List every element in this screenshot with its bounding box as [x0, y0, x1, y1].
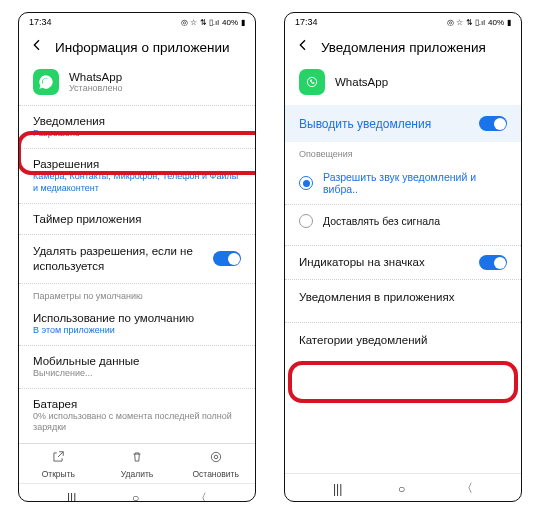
status-time: 17:34: [29, 17, 52, 27]
app-names: WhatsApp: [335, 76, 388, 88]
open-button[interactable]: Открыть: [19, 444, 98, 483]
remove-perms-toggle[interactable]: [213, 251, 241, 266]
nav-recents-icon[interactable]: |||: [67, 491, 76, 502]
phone-right: 17:34 ◎ ☆ ⇅ ▯.ıl 40% ▮ Уведомления прило…: [284, 12, 522, 502]
header: Уведомления приложения: [285, 29, 521, 63]
stop-label: Остановить: [176, 469, 255, 479]
default-use-sub: В этом приложении: [33, 325, 241, 336]
app-row: WhatsApp Установлено: [19, 63, 255, 105]
nav-home-icon[interactable]: ○: [398, 482, 405, 496]
badge-toggle[interactable]: [479, 255, 507, 270]
radio-silent-row[interactable]: Доставлять без сигнала: [285, 204, 521, 237]
notifications-label: Уведомления: [33, 115, 241, 127]
back-icon[interactable]: [295, 37, 311, 57]
bottom-actions: Открыть Удалить Остановить: [19, 443, 255, 483]
default-use-label: Использование по умолчанию: [33, 312, 241, 324]
app-status: Установлено: [69, 83, 122, 93]
permissions-label: Разрешения: [33, 158, 241, 170]
svg-point-2: [214, 455, 218, 459]
remove-perms-label: Удалять разрешения, если не используется: [33, 244, 213, 274]
navbar: ||| ○ 〈: [285, 473, 521, 501]
badge-row[interactable]: Индикаторы на значках: [285, 245, 521, 279]
status-battery: 40%: [488, 18, 504, 27]
badge-label: Индикаторы на значках: [299, 255, 479, 270]
permissions-row[interactable]: Разрешения Камера, Контакты, Микрофон, Т…: [19, 148, 255, 203]
whatsapp-icon: [299, 69, 325, 95]
mobile-data-row[interactable]: Мобильные данные Вычисление...: [19, 345, 255, 388]
header: Информация о приложении: [19, 29, 255, 63]
status-icons: ◎ ☆ ⇅ ▯.ıl: [181, 18, 219, 27]
status-battery: 40%: [222, 18, 238, 27]
statusbar: 17:34 ◎ ☆ ⇅ ▯.ıl 40% ▮: [19, 13, 255, 29]
categories-row[interactable]: Категории уведомлений: [285, 322, 521, 357]
app-name: WhatsApp: [69, 71, 122, 83]
app-timer-row[interactable]: Таймер приложения: [19, 203, 255, 234]
page-title: Уведомления приложения: [321, 40, 486, 55]
radio-sound-label: Разрешить звук уведомлений и вибра..: [323, 171, 507, 195]
alerts-category: Оповещения: [285, 142, 521, 162]
uninstall-label: Удалить: [98, 469, 177, 479]
nav-home-icon[interactable]: ○: [132, 491, 139, 502]
radio-unselected-icon[interactable]: [299, 214, 313, 228]
status-right: ◎ ☆ ⇅ ▯.ıl 40% ▮: [447, 18, 511, 27]
radio-silent-label: Доставлять без сигнала: [323, 215, 440, 227]
remove-perms-row[interactable]: Удалять разрешения, если не используется: [19, 234, 255, 283]
app-name: WhatsApp: [335, 76, 388, 88]
whatsapp-icon: [33, 69, 59, 95]
radio-sound-row[interactable]: Разрешить звук уведомлений и вибра..: [285, 162, 521, 204]
radio-selected-icon[interactable]: [299, 176, 313, 190]
battery-label: Батарея: [33, 398, 241, 410]
status-icons: ◎ ☆ ⇅ ▯.ıl: [447, 18, 485, 27]
stop-button[interactable]: Остановить: [176, 444, 255, 483]
battery-row[interactable]: Батарея 0% использовано с момента послед…: [19, 388, 255, 443]
battery-icon: ▮: [507, 18, 511, 27]
status-right: ◎ ☆ ⇅ ▯.ıl 40% ▮: [181, 18, 245, 27]
in-app-row[interactable]: Уведомления в приложениях: [285, 279, 521, 314]
notifications-row[interactable]: Уведомления Разрешено: [19, 105, 255, 148]
uninstall-button[interactable]: Удалить: [98, 444, 177, 483]
app-timer-label: Таймер приложения: [33, 213, 241, 225]
open-label: Открыть: [19, 469, 98, 479]
default-use-row[interactable]: Использование по умолчанию В этом прилож…: [19, 303, 255, 345]
app-row: WhatsApp: [285, 63, 521, 105]
show-notifications-row[interactable]: Выводить уведомления: [285, 105, 521, 142]
mobile-data-label: Мобильные данные: [33, 355, 241, 367]
nav-back-icon[interactable]: 〈: [195, 490, 207, 502]
show-notifications-toggle[interactable]: [479, 116, 507, 131]
permissions-sub: Камера, Контакты, Микрофон, Телефон и Фа…: [33, 171, 241, 194]
nav-back-icon[interactable]: 〈: [461, 480, 473, 497]
show-notifications-label: Выводить уведомления: [299, 117, 431, 131]
app-names: WhatsApp Установлено: [69, 71, 122, 93]
battery-sub: 0% использовано с момента последней полн…: [33, 411, 241, 434]
back-icon[interactable]: [29, 37, 45, 57]
statusbar: 17:34 ◎ ☆ ⇅ ▯.ıl 40% ▮: [285, 13, 521, 29]
svg-point-1: [211, 452, 220, 461]
defaults-category: Параметры по умолчанию: [19, 283, 255, 303]
status-time: 17:34: [295, 17, 318, 27]
battery-icon: ▮: [241, 18, 245, 27]
navbar: ||| ○ 〈: [19, 483, 255, 502]
highlight-categories: [288, 361, 518, 403]
page-title: Информация о приложении: [55, 40, 230, 55]
phone-left: 17:34 ◎ ☆ ⇅ ▯.ıl 40% ▮ Информация о прил…: [18, 12, 256, 502]
nav-recents-icon[interactable]: |||: [333, 482, 342, 496]
mobile-data-sub: Вычисление...: [33, 368, 241, 379]
notifications-sub: Разрешено: [33, 128, 241, 139]
